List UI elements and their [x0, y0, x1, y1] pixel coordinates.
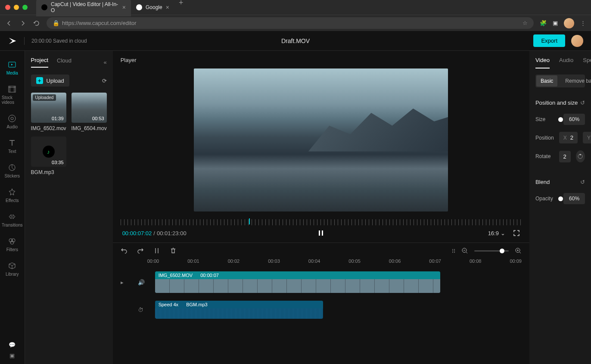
rotate-dial[interactable] [576, 150, 585, 162]
tick: 00:08 [470, 258, 482, 264]
delete-icon[interactable] [170, 247, 177, 254]
sidenav-library[interactable]: Library [0, 258, 25, 280]
tab-project[interactable]: Project [31, 57, 48, 68]
size-value[interactable]: 60% [563, 114, 585, 125]
video-canvas[interactable] [194, 68, 448, 212]
reset-icon[interactable]: ↺ [580, 100, 585, 106]
sidenav-audio[interactable]: Audio [0, 111, 25, 133]
sidenav-label: Text [8, 149, 16, 154]
subtab-basic[interactable]: Basic [536, 75, 557, 87]
capcut-logo-icon[interactable] [8, 36, 17, 46]
pause-button[interactable] [317, 229, 325, 237]
back-button[interactable] [5, 19, 13, 27]
split-icon[interactable] [153, 247, 160, 254]
sidenav-stock-videos[interactable]: Stock videos [0, 81, 25, 108]
zoom-in-icon[interactable] [515, 247, 522, 254]
tab-speed[interactable]: Speed [583, 57, 591, 68]
reset-icon[interactable]: ↺ [580, 179, 585, 185]
library-icon [8, 261, 16, 270]
layout-icon[interactable]: ▣ [9, 352, 15, 359]
collapse-panel-icon[interactable]: « [103, 59, 106, 65]
sidenav-media[interactable]: Media [0, 57, 25, 79]
player-controls: 00:00:07:02 / 00:01:23:00 16:9 ⌄ [121, 225, 522, 243]
video-clip[interactable]: IMG_6502.MOV 00:00:07 [155, 271, 440, 293]
fullscreen-icon[interactable] [513, 230, 520, 236]
rotate-input[interactable]: 2 [559, 151, 571, 162]
media-item[interactable]: 00:53 IMG_6504.mov [72, 93, 107, 131]
x-value: 2 [570, 134, 573, 141]
chat-icon[interactable]: 💬 [9, 342, 16, 348]
property-subtabs: Basic Remove background Background [535, 75, 585, 87]
close-tab-icon[interactable]: × [122, 4, 126, 11]
upload-button[interactable]: + Upload [31, 75, 69, 87]
reload-button[interactable] [33, 19, 40, 27]
forward-button[interactable] [19, 19, 27, 27]
profile-avatar[interactable] [564, 18, 574, 28]
close-window[interactable] [5, 5, 10, 10]
browser-tab-capcut[interactable]: CapCut | Video Editor | All-In-O × [36, 0, 131, 16]
sidenav-label: Effects [6, 198, 19, 203]
aspect-ratio-select[interactable]: 16:9 ⌄ [488, 230, 505, 236]
sidenav-stickers[interactable]: Stickers [0, 160, 25, 182]
y-label: Y [587, 135, 591, 141]
media-grid: Uploaded 01:39 IMG_6502.mov 00:53 IMG_65… [31, 93, 107, 175]
slider-knob[interactable] [558, 196, 563, 201]
opacity-value[interactable]: 60% [563, 193, 585, 204]
slider-knob[interactable] [500, 249, 504, 253]
sidenav-transitions[interactable]: Transitions [0, 209, 25, 231]
property-tabs: Video Audio Speed Animation [535, 51, 585, 68]
minimize-window[interactable] [14, 5, 19, 10]
player-ruler[interactable] [121, 219, 522, 225]
duration: 01:39 [52, 116, 64, 121]
media-item[interactable]: Uploaded 01:39 IMG_6502.mov [31, 93, 66, 131]
playhead-icon[interactable] [249, 218, 250, 224]
favicon [136, 4, 142, 10]
close-tab-icon[interactable]: × [166, 4, 169, 11]
preview-mode-icon[interactable]: ⁝⁝ [452, 248, 455, 254]
project-title[interactable]: Draft.MOV [281, 37, 310, 44]
panel-icon[interactable]: ▣ [553, 20, 558, 26]
media-name: IMG_6502.mov [31, 125, 66, 131]
upload-label: Upload [47, 78, 64, 84]
zoom-slider[interactable] [474, 250, 509, 252]
sidenav-label: Library [6, 272, 19, 277]
browser-tab-google[interactable]: Google × [131, 0, 174, 16]
position-x-input[interactable]: X 2 [559, 132, 578, 143]
user-avatar[interactable] [571, 35, 583, 47]
size-label: Size [535, 116, 553, 122]
redo-icon[interactable] [137, 247, 144, 254]
timeline-ruler[interactable]: 00:00 00:01 00:02 00:03 00:04 00:05 00:0… [113, 258, 529, 264]
svg-rect-1 [9, 86, 16, 92]
new-tab-button[interactable]: + [174, 0, 188, 16]
subtab-remove-bg[interactable]: Remove background [561, 75, 591, 87]
player-label: Player [121, 57, 522, 63]
lock-icon: 🔒 [53, 20, 58, 26]
browser-menu-icon[interactable]: ⋮ [580, 20, 586, 26]
audio-clip[interactable]: Speed 4x BGM.mp3 [155, 301, 323, 319]
speed-icon[interactable]: ⏱ [138, 307, 146, 313]
slider-knob[interactable] [558, 117, 563, 122]
bookmark-star-icon[interactable]: ☆ [523, 20, 528, 26]
zoom-out-icon[interactable] [461, 247, 468, 254]
video-track-icon[interactable]: ▸ [121, 279, 129, 286]
undo-icon[interactable] [121, 247, 128, 254]
sidenav-effects[interactable]: Effects [0, 184, 25, 206]
section-title: Position and size [535, 100, 578, 106]
media-item[interactable]: ♪ 03:35 BGM.mp3 [31, 137, 66, 175]
properties-panel: Video Audio Speed Animation Basic Remove… [529, 51, 591, 364]
refresh-icon[interactable]: ⟳ [102, 78, 107, 84]
tick: 00:04 [308, 258, 320, 264]
tab-video[interactable]: Video [535, 57, 550, 68]
sidenav-text[interactable]: Text [0, 135, 25, 157]
export-button[interactable]: Export [533, 34, 565, 47]
maximize-window[interactable] [22, 5, 28, 10]
sidenav-filters[interactable]: Filters [0, 233, 25, 255]
tab-cloud[interactable]: Cloud [57, 57, 72, 67]
mute-icon[interactable]: 🔊 [138, 279, 146, 286]
preview-content [308, 109, 448, 152]
tab-audio[interactable]: Audio [559, 57, 573, 68]
position-y-input[interactable]: Y 2 [583, 132, 591, 143]
clip-header: Speed 4x BGM.mp3 [155, 301, 323, 308]
extensions-icon[interactable]: 🧩 [540, 20, 547, 26]
address-bar[interactable]: 🔒 https://www.capcut.com/editor ☆ [47, 17, 534, 29]
